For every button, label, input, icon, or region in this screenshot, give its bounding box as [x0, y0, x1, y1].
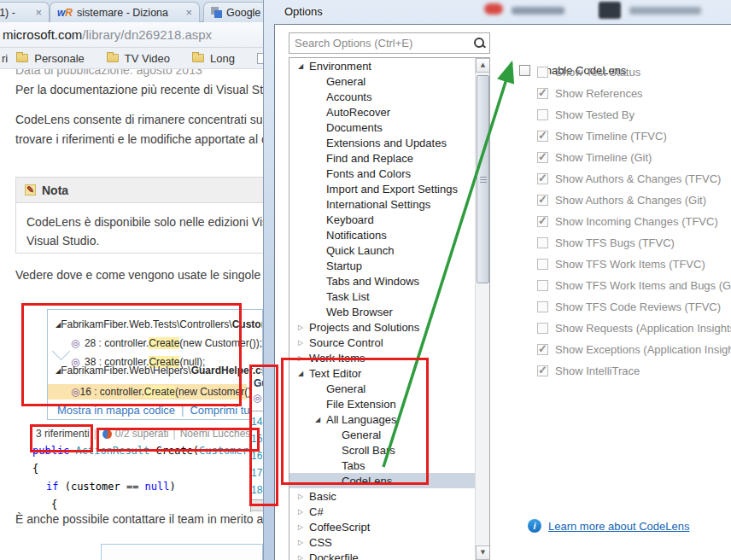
tree-expander-icon[interactable]	[313, 416, 323, 423]
checkbox-label: Show References	[555, 87, 643, 100]
option-checkbox[interactable]: ✓	[537, 88, 548, 99]
codelens-option-row[interactable]: ✓ Show Test Status	[537, 61, 731, 83]
tree-expander-icon[interactable]	[295, 554, 306, 560]
authors-info[interactable]: Noemi Lucchesi, 3 a	[180, 428, 249, 440]
tree-item[interactable]: Keyboard	[289, 212, 476, 227]
tree-item[interactable]: Tabs and Windows	[289, 273, 476, 289]
tree-item[interactable]: AutoRecover	[289, 104, 476, 120]
option-checkbox[interactable]: ✓	[537, 237, 548, 248]
codelens-option-row[interactable]: ✓ Show Authors & Changes (TFVC)	[537, 168, 731, 190]
option-checkbox[interactable]: ✓	[537, 173, 548, 184]
tab-close-icon[interactable]: ×	[180, 7, 192, 18]
tree-expander-icon[interactable]	[295, 539, 306, 546]
tree-item[interactable]: Import and Export Settings	[289, 181, 476, 196]
option-checkbox[interactable]: ✓	[537, 131, 548, 142]
option-checkbox[interactable]: ✓	[537, 344, 548, 355]
option-checkbox[interactable]: ✓	[537, 216, 548, 227]
codelens-option-row[interactable]: ✓ Show Incoming Changes (TFVC)	[537, 211, 731, 232]
tree-item[interactable]: Fonts and Colors	[289, 166, 476, 181]
tree-item[interactable]: CoffeeScript	[289, 519, 476, 534]
tree-item[interactable]: Task List	[289, 289, 476, 304]
tree-expander-icon[interactable]	[295, 370, 306, 377]
tree-item[interactable]: Accounts	[289, 89, 476, 104]
tree-item[interactable]: Work Items	[289, 350, 476, 365]
option-checkbox[interactable]: ✓	[537, 259, 548, 270]
tree-item[interactable]: CSS	[289, 534, 476, 550]
codelens-option-row[interactable]: ✓ Show TFS Work Items (TFVC)	[537, 254, 731, 275]
option-checkbox[interactable]: ✓	[537, 195, 548, 206]
browser-tab-1[interactable]: (1) - ×	[0, 2, 50, 22]
tree-item[interactable]: Dockerfile	[289, 550, 476, 560]
tree-item[interactable]: Web Browser	[289, 304, 476, 319]
tree-expander-icon[interactable]	[295, 324, 306, 331]
codelens-option-row[interactable]: ✓ Show Authors & Changes (Git)	[537, 190, 731, 211]
tree-expander-icon[interactable]	[295, 493, 306, 500]
tree-expander-icon[interactable]	[295, 62, 306, 70]
tree-item[interactable]: Startup	[289, 258, 476, 273]
tree-item[interactable]: Scroll Bars	[289, 442, 476, 458]
search-input[interactable]	[289, 33, 469, 53]
reference-group[interactable]: FabrikamFiber.Web\Helpers\GuardHelper.cs…	[48, 363, 262, 378]
tree-item[interactable]: General	[289, 427, 476, 442]
codelens-option-row[interactable]: ✓ Show TFS Work Items and Bugs (Git)	[537, 275, 731, 296]
tests-passed[interactable]: 0/2 superati	[115, 428, 169, 440]
reference-group[interactable]: FabrikamFiber.Web.Tests\Controllers\Cust…	[48, 317, 262, 332]
option-checkbox[interactable]: ✓	[537, 152, 548, 163]
tree-item[interactable]: Tabs	[289, 458, 476, 473]
option-checkbox[interactable]: ✓	[537, 365, 548, 376]
tree-item[interactable]: International Settings	[289, 196, 476, 212]
search-icon[interactable]	[473, 37, 485, 49]
bookmark-partial[interactable]: ri	[2, 52, 8, 65]
option-checkbox[interactable]: ✓	[537, 323, 548, 334]
tree-expander-icon[interactable]	[295, 508, 306, 516]
tree-item[interactable]: General	[289, 73, 476, 89]
codelens-option-row[interactable]: ✓ Show Timeline (Git)	[537, 147, 731, 168]
codelens-option-row[interactable]: ✓ Show TFS Code Reviews (TFVC)	[537, 296, 731, 318]
codelens-option-row[interactable]: ✓ Show References	[537, 83, 731, 104]
tree-item[interactable]: File Extension	[289, 396, 476, 411]
tree-item[interactable]: Notifications	[289, 227, 476, 242]
tree-item[interactable]: Documents	[289, 120, 476, 135]
tree-expander-icon[interactable]	[295, 523, 306, 531]
option-checkbox[interactable]: ✓	[537, 109, 548, 120]
references-count[interactable]: 3 riferimenti	[36, 428, 90, 440]
tree-expander-icon[interactable]	[295, 339, 306, 347]
tree-item[interactable]: C#	[289, 504, 476, 519]
option-checkbox[interactable]: ✓	[537, 280, 548, 291]
tree-item[interactable]: Source Control	[289, 335, 476, 350]
tree-item[interactable]: Extensions and Updates	[289, 135, 476, 150]
bookmark-item[interactable]: Long	[192, 52, 235, 65]
option-checkbox[interactable]: ✓	[537, 67, 548, 78]
codelens-option-row[interactable]: ✓ Show TFS Bugs (TFVC)	[537, 232, 731, 254]
option-checkbox[interactable]: ✓	[537, 301, 548, 312]
tree-item[interactable]: General	[289, 381, 476, 396]
bookmark-item[interactable]: Personale	[16, 52, 85, 65]
tree-item[interactable]: Find and Replace	[289, 150, 476, 166]
reference-row[interactable]: ◎ 28 : controller.Create(new Customer())…	[48, 335, 262, 351]
tree-scrollbar[interactable]: ▲ ▼	[475, 58, 489, 560]
tree-item[interactable]: All Languages	[289, 411, 476, 427]
scrollbar-thumb[interactable]	[477, 75, 489, 283]
codelens-option-row[interactable]: ✓ Show Requests (Application Insights)	[537, 318, 731, 339]
browser-tab-2[interactable]: wR sistemare - Diziona ×	[50, 2, 200, 22]
scroll-down-icon[interactable]: ▼	[476, 545, 490, 560]
codelens-option-row[interactable]: ✓ Show Timeline (TFVC)	[537, 125, 731, 147]
codelens-option-row[interactable]: ✓ Show IntelliTrace	[537, 360, 731, 382]
reference-row-selected[interactable]: ◎ 16 : controller.Create(new Customer())…	[48, 384, 247, 400]
show-code-map-link[interactable]: Mostra in mappa codice	[57, 404, 175, 417]
tree-expander-icon[interactable]	[295, 354, 306, 362]
tree-item[interactable]: Quick Launch	[289, 242, 476, 258]
tree-item[interactable]: Basic	[289, 488, 476, 504]
learn-more-link[interactable]: Learn more about CodeLens	[548, 520, 690, 533]
tree-item[interactable]: Text Editor	[289, 365, 476, 381]
tree-item[interactable]: Projects and Solutions	[289, 319, 476, 335]
scroll-up-icon[interactable]: ▲	[476, 58, 490, 73]
tab-close-icon[interactable]: ×	[30, 7, 42, 18]
bookmark-item[interactable]: TV Video	[107, 52, 170, 65]
tree-item[interactable]: CodeLens	[289, 473, 476, 488]
address-bar[interactable]: microsoft.com/library/dn269218.aspx	[3, 27, 212, 42]
codelens-option-row[interactable]: ✓ Show Tested By	[537, 104, 731, 125]
tree-item[interactable]: Environment	[289, 58, 476, 73]
codelens-option-row[interactable]: ✓ Show Exceptions (Application Insights)	[537, 339, 731, 360]
enable-codelens-checkbox[interactable]: ✓	[519, 65, 530, 76]
